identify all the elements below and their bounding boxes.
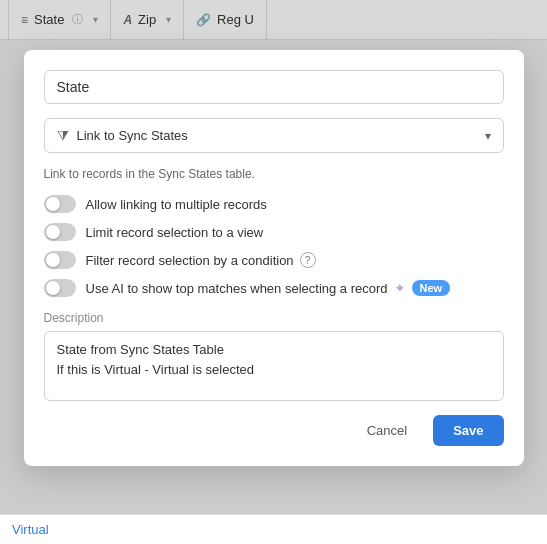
link-description: Link to records in the Sync States table… <box>44 167 504 181</box>
description-section: Description State from Sync States Table… <box>44 311 504 401</box>
toggle-ai-label: Use AI to show top matches when selectin… <box>86 280 451 296</box>
cancel-button[interactable]: Cancel <box>351 415 423 446</box>
help-icon[interactable]: ? <box>300 252 316 268</box>
toggle-row-filter: Filter record selection by a condition ? <box>44 251 504 269</box>
toggle-row-ai: Use AI to show top matches when selectin… <box>44 279 504 297</box>
toggle-view[interactable] <box>44 223 76 241</box>
toggle-row-multiple: Allow linking to multiple records <box>44 195 504 213</box>
toggle-row-view: Limit record selection to a view <box>44 223 504 241</box>
toggle-multiple[interactable] <box>44 195 76 213</box>
save-button[interactable]: Save <box>433 415 503 446</box>
field-name-input[interactable] <box>44 70 504 104</box>
sliders-icon: ⧩ <box>57 127 69 144</box>
action-buttons: Cancel Save <box>44 415 504 446</box>
chevron-down-icon: ▾ <box>485 129 491 143</box>
bottom-bar: Virtual <box>0 514 547 544</box>
toggle-rows: Allow linking to multiple records Limit … <box>44 195 504 297</box>
toggle-filter-label: Filter record selection by a condition ? <box>86 252 316 268</box>
sparkle-icon: ✦ <box>394 280 406 296</box>
new-badge: New <box>412 280 451 296</box>
description-textarea[interactable]: State from Sync States Table If this is … <box>44 331 504 401</box>
toggle-ai[interactable] <box>44 279 76 297</box>
virtual-label: Virtual <box>12 522 49 537</box>
link-dropdown-label: Link to Sync States <box>77 128 477 143</box>
modal-backdrop: ⧩ Link to Sync States ▾ Link to records … <box>0 0 547 544</box>
toggle-view-label: Limit record selection to a view <box>86 225 264 240</box>
link-to-sync-dropdown[interactable]: ⧩ Link to Sync States ▾ <box>44 118 504 153</box>
toggle-filter[interactable] <box>44 251 76 269</box>
field-settings-modal: ⧩ Link to Sync States ▾ Link to records … <box>24 50 524 466</box>
description-label: Description <box>44 311 504 325</box>
toggle-multiple-label: Allow linking to multiple records <box>86 197 267 212</box>
